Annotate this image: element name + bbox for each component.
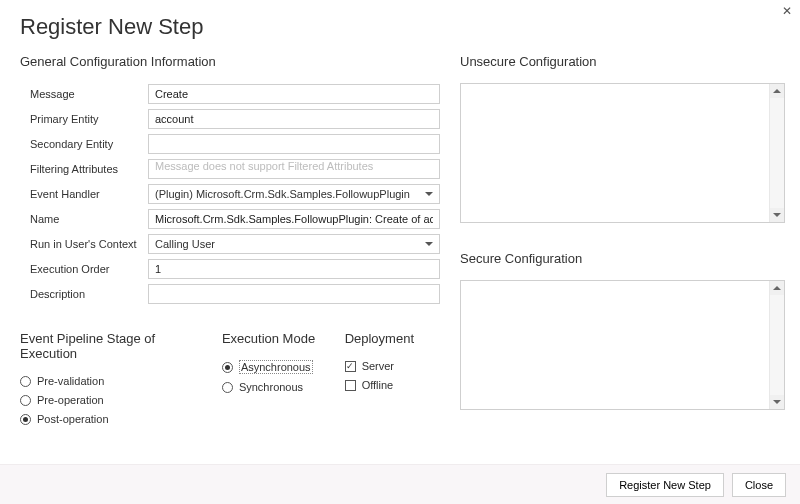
run-context-value: Calling User — [155, 238, 425, 250]
arrow-down-icon — [773, 213, 781, 217]
description-input[interactable] — [148, 284, 440, 304]
radio-icon — [222, 382, 233, 393]
checkbox-icon — [345, 380, 356, 391]
secondary-entity-input[interactable] — [148, 134, 440, 154]
chevron-down-icon — [425, 192, 433, 196]
row-message: Message — [30, 83, 440, 105]
options-row: Event Pipeline Stage of Execution Pre-va… — [20, 331, 440, 432]
scroll-down-button[interactable] — [770, 208, 784, 222]
option-label: Post-operation — [37, 413, 109, 425]
event-handler-value: (Plugin) Microsoft.Crm.Sdk.Samples.Follo… — [155, 188, 425, 200]
option-label: Server — [362, 360, 394, 372]
arrow-down-icon — [773, 400, 781, 404]
pipeline-pre-operation[interactable]: Pre-operation — [20, 394, 196, 406]
exec-mode-group: Execution Mode Asynchronous Synchronous — [222, 331, 319, 432]
primary-entity-input[interactable] — [148, 109, 440, 129]
radio-icon — [20, 395, 31, 406]
arrow-up-icon — [773, 286, 781, 290]
unsecure-config-header: Unsecure Configuration — [460, 54, 785, 69]
exec-asynchronous[interactable]: Asynchronous — [222, 360, 319, 374]
pipeline-group: Event Pipeline Stage of Execution Pre-va… — [20, 331, 196, 432]
row-execution-order: Execution Order — [30, 258, 440, 280]
pipeline-post-operation[interactable]: Post-operation — [20, 413, 196, 425]
label-event-handler: Event Handler — [30, 188, 148, 200]
option-label: Synchronous — [239, 381, 303, 393]
label-primary-entity: Primary Entity — [30, 113, 148, 125]
page-title: Register New Step — [0, 0, 800, 40]
deployment-group: Deployment Server Offline — [345, 331, 414, 432]
arrow-up-icon — [773, 89, 781, 93]
scrollbar[interactable] — [769, 281, 784, 409]
row-primary-entity: Primary Entity — [30, 108, 440, 130]
label-description: Description — [30, 288, 148, 300]
label-message: Message — [30, 88, 148, 100]
deployment-header: Deployment — [345, 331, 414, 346]
scrollbar[interactable] — [769, 84, 784, 222]
scroll-down-button[interactable] — [770, 395, 784, 409]
label-name: Name — [30, 213, 148, 225]
secure-config-textarea[interactable] — [460, 280, 785, 410]
general-config-header: General Configuration Information — [20, 54, 440, 69]
bottom-bar: Register New Step Close — [0, 464, 800, 504]
general-form: Message Primary Entity Secondary Entity … — [20, 83, 440, 305]
left-column: General Configuration Information Messag… — [20, 40, 440, 440]
message-input[interactable] — [148, 84, 440, 104]
run-context-select[interactable]: Calling User — [148, 234, 440, 254]
exec-mode-header: Execution Mode — [222, 331, 319, 346]
row-description: Description — [30, 283, 440, 305]
label-secondary-entity: Secondary Entity — [30, 138, 148, 150]
register-new-step-window: ✕ Register New Step General Configuratio… — [0, 0, 800, 504]
content-area: General Configuration Information Messag… — [0, 40, 800, 440]
row-event-handler: Event Handler (Plugin) Microsoft.Crm.Sdk… — [30, 183, 440, 205]
label-execution-order: Execution Order — [30, 263, 148, 275]
radio-icon — [20, 376, 31, 387]
label-filtering-attributes: Filtering Attributes — [30, 163, 148, 175]
scroll-up-button[interactable] — [770, 84, 784, 98]
unsecure-config-textarea[interactable] — [460, 83, 785, 223]
window-close-button[interactable]: ✕ — [782, 4, 792, 18]
deploy-offline[interactable]: Offline — [345, 379, 414, 391]
filtering-attributes-input: Message does not support Filtered Attrib… — [148, 159, 440, 179]
pipeline-header: Event Pipeline Stage of Execution — [20, 331, 196, 361]
chevron-down-icon — [425, 242, 433, 246]
name-input[interactable] — [148, 209, 440, 229]
scroll-up-button[interactable] — [770, 281, 784, 295]
label-run-context: Run in User's Context — [30, 238, 148, 250]
row-run-context: Run in User's Context Calling User — [30, 233, 440, 255]
close-button[interactable]: Close — [732, 473, 786, 497]
secure-config-header: Secure Configuration — [460, 251, 785, 266]
checkbox-icon — [345, 361, 356, 372]
pipeline-pre-validation[interactable]: Pre-validation — [20, 375, 196, 387]
row-filtering-attributes: Filtering Attributes Message does not su… — [30, 158, 440, 180]
row-secondary-entity: Secondary Entity — [30, 133, 440, 155]
event-handler-select[interactable]: (Plugin) Microsoft.Crm.Sdk.Samples.Follo… — [148, 184, 440, 204]
register-button[interactable]: Register New Step — [606, 473, 724, 497]
exec-synchronous[interactable]: Synchronous — [222, 381, 319, 393]
radio-icon — [222, 362, 233, 373]
execution-order-input[interactable] — [148, 259, 440, 279]
option-label: Asynchronous — [239, 360, 313, 374]
option-label: Offline — [362, 379, 394, 391]
row-name: Name — [30, 208, 440, 230]
radio-icon — [20, 414, 31, 425]
option-label: Pre-operation — [37, 394, 104, 406]
right-column: Unsecure Configuration Secure Configurat… — [440, 40, 785, 440]
option-label: Pre-validation — [37, 375, 104, 387]
deploy-server[interactable]: Server — [345, 360, 414, 372]
